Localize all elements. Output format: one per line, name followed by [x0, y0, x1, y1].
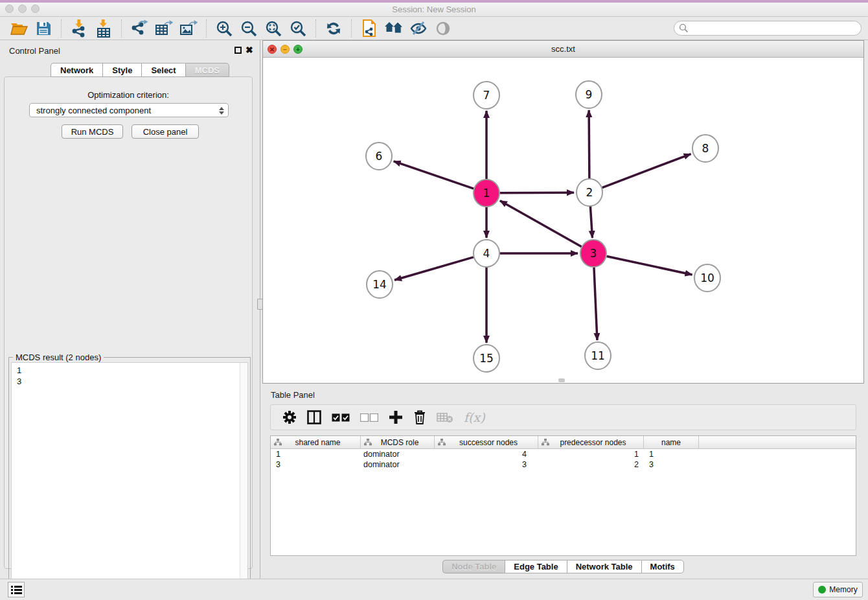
import-table-icon[interactable] [94, 19, 113, 38]
export-table-icon[interactable] [154, 19, 174, 38]
toolbar-separator [206, 19, 207, 38]
close-panel-icon[interactable]: ✖ [246, 45, 253, 54]
task-history-button[interactable] [8, 582, 25, 597]
zoom-selected-icon[interactable] [288, 19, 308, 38]
tab-style[interactable]: Style [102, 63, 141, 77]
hide-details-icon[interactable] [409, 19, 428, 38]
graph-node-label-15: 15 [479, 352, 494, 365]
home-icon[interactable] [384, 19, 404, 38]
deselect-all-rows-icon[interactable] [360, 408, 378, 426]
tab-network[interactable]: Network [51, 63, 102, 77]
tab-node-table[interactable]: Node Table [442, 560, 505, 573]
table-row[interactable]: 1 dominator 4 1 1 [271, 449, 856, 459]
zoom-fit-icon[interactable] [264, 19, 283, 38]
graph-edge-1-2[interactable] [500, 192, 574, 193]
toolbar-separator [61, 19, 62, 38]
select-all-rows-icon[interactable] [332, 408, 350, 426]
graph-node-label-6: 6 [376, 150, 383, 163]
memory-button[interactable]: Memory [813, 582, 863, 597]
delete-table-icon[interactable] [437, 408, 453, 426]
function-builder-icon[interactable]: f(x) [464, 408, 485, 426]
cell-shared-name[interactable]: 3 [271, 460, 361, 469]
tab-edge-table[interactable]: Edge Table [505, 560, 566, 573]
float-panel-icon[interactable] [234, 47, 242, 54]
tab-motifs[interactable]: Motifs [641, 560, 684, 573]
export-network-icon[interactable] [130, 19, 149, 38]
delete-column-icon[interactable] [413, 408, 426, 426]
cell-successor-nodes[interactable]: 3 [435, 460, 538, 469]
birdseye-view-icon[interactable] [433, 19, 453, 38]
graph-node-label-11: 11 [591, 349, 605, 362]
import-network-icon[interactable] [69, 19, 89, 38]
optimization-criterion-label: Optimization criterion: [5, 90, 252, 100]
main-toolbar [0, 17, 868, 40]
network-graph[interactable]: 7968124314101511 [263, 58, 863, 383]
column-header-mcds-role[interactable]: MCDS role [361, 436, 435, 448]
graph-edge-3-11[interactable] [594, 267, 597, 340]
graph-node-label-9: 9 [586, 88, 593, 101]
close-panel-button[interactable]: Close panel [131, 124, 199, 139]
column-header-shared-name[interactable]: shared name [271, 436, 361, 448]
column-header-predecessor-nodes[interactable]: predecessor nodes [538, 436, 644, 448]
graph-node-label-14: 14 [372, 278, 387, 291]
search-input[interactable] [689, 23, 861, 34]
memory-status-icon [818, 586, 826, 594]
hierarchy-icon [438, 439, 446, 446]
network-window-titlebar: ✕ − + scc.txt [263, 41, 863, 58]
cell-shared-name[interactable]: 1 [271, 450, 361, 459]
cell-predecessor-nodes[interactable]: 2 [538, 460, 644, 469]
graph-edge-1-6[interactable] [394, 161, 474, 189]
status-bar: Memory [0, 579, 868, 600]
search-icon [679, 23, 689, 33]
network-from-file-icon[interactable] [360, 19, 379, 38]
mcds-panel-body: Optimization criterion: strongly connect… [4, 76, 253, 569]
application-window: Session: New Session [0, 0, 868, 600]
zoom-in-icon[interactable] [214, 19, 234, 38]
column-layout-icon[interactable] [307, 408, 321, 426]
toolbar-separator [121, 19, 122, 38]
table-row[interactable]: 3 dominator 3 2 3 [271, 459, 856, 470]
toolbar-separator [351, 19, 352, 38]
cell-successor-nodes[interactable]: 4 [435, 450, 538, 459]
network-canvas[interactable]: 7968124314101511 [263, 58, 863, 383]
column-header-name[interactable]: name [644, 436, 699, 448]
mcds-result-scrollbar[interactable] [240, 363, 247, 599]
cell-mcds-role[interactable]: dominator [361, 460, 435, 469]
graph-edge-2-8[interactable] [602, 154, 691, 188]
tab-network-table[interactable]: Network Table [567, 560, 641, 573]
cell-name[interactable]: 1 [644, 450, 699, 459]
graph-edge-3-10[interactable] [607, 256, 692, 275]
column-header-successor-nodes[interactable]: successor nodes [435, 436, 538, 448]
network-scrollbar-thumb[interactable] [558, 378, 565, 382]
add-column-icon[interactable] [389, 408, 403, 426]
refresh-layout-icon[interactable] [324, 19, 343, 38]
search-field[interactable] [674, 21, 862, 36]
cell-predecessor-nodes[interactable]: 1 [538, 450, 644, 459]
graph-edge-2-3[interactable] [590, 206, 592, 238]
window-title: Session: New Session [0, 5, 868, 14]
save-session-icon[interactable] [34, 19, 53, 38]
table-panel-title: Table Panel [271, 390, 315, 400]
table-toolbar: f(x) [270, 404, 856, 430]
run-mcds-button[interactable]: Run MCDS [62, 124, 123, 139]
toolbar-separator [315, 19, 316, 38]
control-panel-tabs: Network Style Select MCDS [51, 63, 229, 77]
control-panel: Control Panel ✖ Network Style Select MCD… [0, 40, 257, 579]
graph-edge-4-14[interactable] [394, 257, 474, 280]
graph-edge-2-9[interactable] [589, 110, 589, 179]
tab-select[interactable]: Select [141, 63, 185, 77]
control-panel-header: Control Panel ✖ [0, 40, 257, 60]
cell-name[interactable]: 3 [644, 460, 699, 469]
mcds-result-text[interactable]: 1 3 [11, 362, 248, 599]
open-session-icon[interactable] [9, 19, 29, 38]
graph-edge-3-1[interactable] [500, 201, 582, 247]
criterion-dropdown[interactable]: strongly connected component [29, 103, 229, 117]
export-image-icon[interactable] [179, 19, 198, 38]
window-titlebar: Session: New Session [0, 3, 868, 17]
settings-gear-icon[interactable] [282, 408, 297, 426]
cell-mcds-role[interactable]: dominator [361, 450, 435, 459]
tab-mcds[interactable]: MCDS [185, 63, 229, 77]
zoom-out-icon[interactable] [239, 19, 258, 38]
control-panel-title: Control Panel [9, 46, 60, 56]
task-list-icon [11, 585, 22, 595]
